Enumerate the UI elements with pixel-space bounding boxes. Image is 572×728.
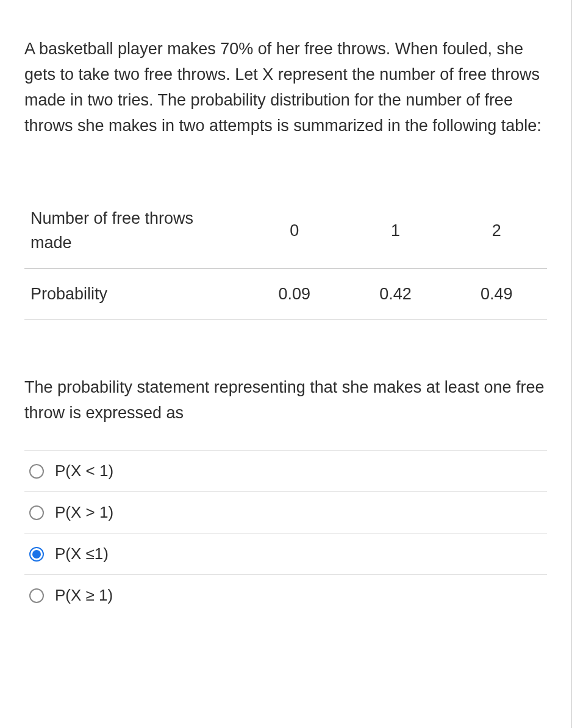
option-a[interactable]: P(X < 1)	[24, 451, 547, 492]
question-prompt: The probability statement representing t…	[24, 375, 547, 426]
cell: 2	[446, 193, 547, 268]
option-d[interactable]: P(X ≥ 1)	[24, 575, 547, 616]
cell: 0.42	[345, 268, 446, 319]
option-label: P(X ≥ 1)	[55, 586, 113, 605]
distribution-table: Number of free throws made 0 1 2 Probabi…	[24, 193, 547, 319]
cell: 0.09	[244, 268, 345, 319]
option-b[interactable]: P(X > 1)	[24, 492, 547, 534]
option-c[interactable]: P(X ≤1)	[24, 534, 547, 575]
radio-icon	[29, 464, 44, 479]
table-row: Number of free throws made 0 1 2	[24, 193, 547, 268]
option-label: P(X ≤1)	[55, 544, 109, 563]
option-label: P(X < 1)	[55, 462, 113, 480]
options-list: P(X < 1) P(X > 1) P(X ≤1) P(X ≥ 1)	[24, 450, 547, 616]
cell: 0	[244, 193, 345, 268]
radio-icon	[29, 588, 44, 603]
question-intro: A basketball player makes 70% of her fre…	[24, 37, 547, 138]
option-label: P(X > 1)	[55, 503, 113, 522]
cell: 0.49	[446, 268, 547, 319]
row-label: Number of free throws made	[24, 193, 244, 268]
cell: 1	[345, 193, 446, 268]
radio-icon	[29, 547, 44, 562]
radio-icon	[29, 505, 44, 520]
row-label: Probability	[24, 268, 244, 319]
table-row: Probability 0.09 0.42 0.49	[24, 268, 547, 319]
